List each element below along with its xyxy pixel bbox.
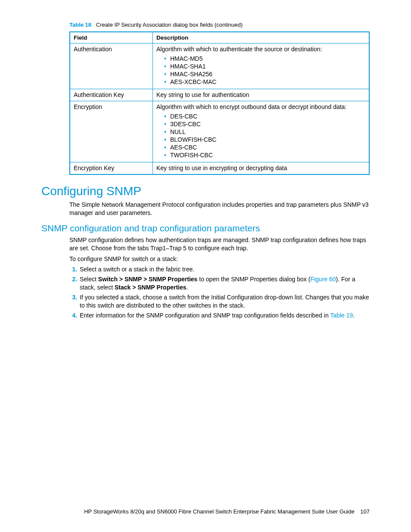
cell-field: Authentication Key <box>70 89 153 101</box>
list-item: AES-CBC <box>164 144 365 151</box>
list-item: BLOWFISH-CBC <box>164 136 365 143</box>
heading-snmp-config-trap: SNMP configuration and trap configuratio… <box>41 223 370 233</box>
fields-table: Field Description Authentication Algorit… <box>69 31 370 175</box>
step-text: Enter information for the SNMP configura… <box>80 312 330 319</box>
paragraph: To configure SNMP for switch or a stack: <box>69 255 370 263</box>
cell-field: Encryption <box>70 101 153 162</box>
menu-path: Switch > SNMP > SNMP Properties <box>98 276 198 283</box>
paragraph: The Simple Network Management Protocol c… <box>69 201 370 217</box>
cell-field: Authentication <box>70 44 153 89</box>
list-item: DES-CBC <box>164 113 365 120</box>
menu-path: Stack > SNMP Properties <box>115 284 187 291</box>
table-caption: Table 18 Create IP Security Association … <box>69 22 370 28</box>
step-item: Select a switch or a stack in the fabric… <box>79 265 370 274</box>
heading-configuring-snmp: Configuring SNMP <box>41 184 370 198</box>
step-text: . <box>353 312 355 319</box>
list-item: 3DES-CBC <box>164 121 365 128</box>
step-text: Select <box>80 276 98 283</box>
bullet-list: DES-CBC 3DES-CBC NULL BLOWFISH-CBC AES-C… <box>156 113 365 159</box>
step-item: Enter information for the SNMP configura… <box>79 311 370 320</box>
list-item: HMAC-SHA1 <box>164 63 365 70</box>
desc-text: Algorithm with which to encrypt outbound… <box>156 103 346 110</box>
table-row: Encryption Algorithm with which to encry… <box>70 101 369 162</box>
table-label: Table 18 <box>69 22 91 28</box>
list-item: NULL <box>164 128 365 135</box>
table-caption-text: Create IP Security Association dialog bo… <box>96 22 243 28</box>
page: Table 18 Create IP Security Association … <box>0 0 411 532</box>
desc-text: Algorithm with which to authenticate the… <box>156 46 322 53</box>
col-description: Description <box>153 32 370 44</box>
step-text: to open the SNMP Properties dialog box ( <box>197 276 310 283</box>
table-row: Authentication Algorithm with which to a… <box>70 44 369 89</box>
footer-title: HP StorageWorks 8/20q and SN6000 Fibre C… <box>84 508 354 515</box>
figure-link[interactable]: Figure 60 <box>310 276 336 283</box>
list-item: AES-XCBC-MAC <box>164 78 365 85</box>
table-row: Encryption Key Key string to use in encr… <box>70 162 369 175</box>
cell-description: Algorithm with which to authenticate the… <box>153 44 370 89</box>
list-item: HMAC-MD5 <box>164 55 365 62</box>
cell-description: Algorithm with which to encrypt outbound… <box>153 101 370 162</box>
steps-list: Select a switch or a stack in the fabric… <box>69 265 370 319</box>
step-item: Select Switch > SNMP > SNMP Properties t… <box>79 275 370 292</box>
step-text: . <box>187 284 188 291</box>
paragraph: SNMP configuration defines how authentic… <box>69 236 370 252</box>
table-link[interactable]: Table 19 <box>330 312 353 319</box>
cell-description: Key string to use in encrypting or decry… <box>153 162 370 175</box>
table-header-row: Field Description <box>70 32 369 44</box>
cell-description: Key string to use for authentication <box>153 89 370 101</box>
list-item: HMAC-SHA256 <box>164 71 365 78</box>
step-item: If you selected a stack, choose a switch… <box>79 293 370 310</box>
bullet-list: HMAC-MD5 HMAC-SHA1 HMAC-SHA256 AES-XCBC-… <box>156 55 365 85</box>
col-field: Field <box>70 32 153 44</box>
cell-field: Encryption Key <box>70 162 153 175</box>
page-footer: HP StorageWorks 8/20q and SN6000 Fibre C… <box>41 508 370 515</box>
page-number: 107 <box>360 508 370 515</box>
table-row: Authentication Key Key string to use for… <box>70 89 369 101</box>
list-item: TWOFISH-CBC <box>164 152 365 159</box>
